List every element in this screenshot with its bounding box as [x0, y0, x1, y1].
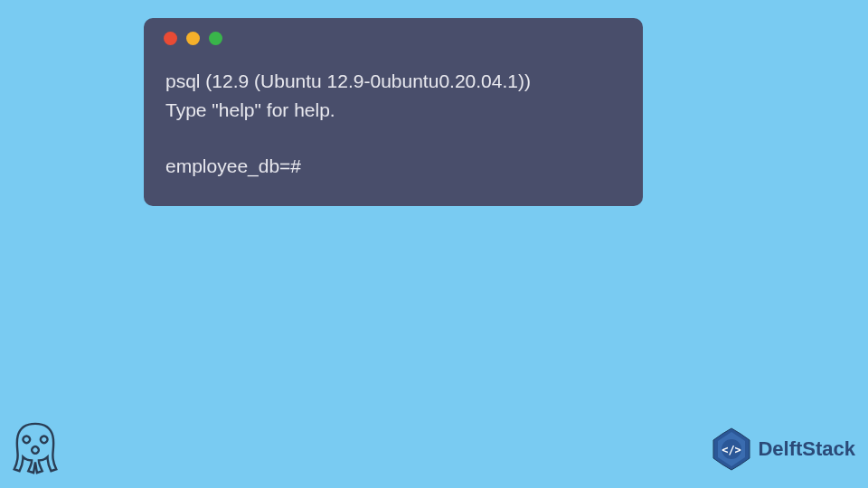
terminal-window: psql (12.9 (Ubuntu 12.9-0ubuntu0.20.04.1… [144, 18, 643, 206]
terminal-content[interactable]: psql (12.9 (Ubuntu 12.9-0ubuntu0.20.04.1… [144, 58, 643, 181]
terminal-line: psql (12.9 (Ubuntu 12.9-0ubuntu0.20.04.1… [165, 67, 621, 96]
terminal-prompt: employee_db=# [165, 152, 621, 181]
close-icon[interactable] [164, 32, 177, 45]
blank-line [165, 124, 621, 152]
svg-text:</>: </> [722, 444, 742, 456]
terminal-line: Type "help" for help. [165, 96, 621, 125]
maximize-icon[interactable] [209, 32, 222, 45]
title-bar [144, 18, 643, 58]
delftstack-icon: </> [709, 427, 754, 472]
postgresql-logo-icon [7, 419, 63, 477]
minimize-icon[interactable] [186, 32, 200, 45]
delftstack-logo: </> DelftStack [709, 427, 855, 472]
delftstack-text: DelftStack [758, 437, 855, 461]
